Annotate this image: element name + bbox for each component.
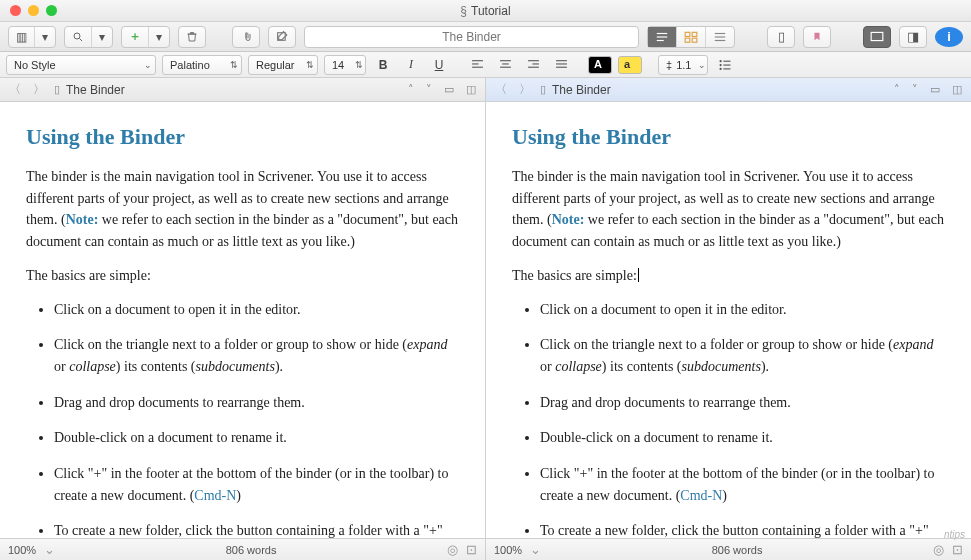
compose-button[interactable]	[268, 26, 296, 48]
line-spacing-dropdown[interactable]: ‡ 1.1 ⌄	[658, 55, 708, 75]
inspector-toggle-button[interactable]: ◨	[899, 26, 927, 48]
nav-forward-button[interactable]: 〉	[516, 81, 534, 98]
zoom-level[interactable]: 100%	[8, 544, 36, 556]
view-outline-icon[interactable]	[706, 27, 734, 47]
size-value: 14	[332, 59, 344, 71]
list-item: Click on the triangle next to a folder o…	[540, 334, 945, 377]
svg-rect-13	[871, 32, 883, 40]
list-item: Click "+" in the footer at the bottom of…	[540, 463, 945, 506]
pane-down-button[interactable]: ˅	[423, 83, 435, 96]
chevron-updown-icon: ⇅	[355, 60, 363, 70]
underline-button[interactable]: U	[428, 55, 450, 75]
svg-rect-8	[685, 38, 690, 42]
italic-button[interactable]: I	[400, 55, 422, 75]
weight-dropdown[interactable]: Regular ⇅	[248, 55, 318, 75]
add-segment[interactable]: ＋ ▾	[121, 26, 170, 48]
layout-segment[interactable]: ▥ ▾	[8, 26, 56, 48]
list-item: Drag and drop documents to rearrange the…	[540, 392, 945, 414]
pane-down-button[interactable]: ˅	[909, 83, 921, 96]
zoom-dropdown-icon[interactable]: ⌄	[530, 542, 541, 557]
chevron-down-icon: ⌄	[698, 60, 706, 70]
target-icon[interactable]: ◎	[933, 542, 944, 557]
nav-forward-button[interactable]: 〉	[30, 81, 48, 98]
status-bar: 100% ⌄ 806 words ◎ ⊡ 100% ⌄ 806 words ◎ …	[0, 538, 971, 560]
watermark: ntips	[944, 529, 965, 540]
word-count[interactable]: 806 words	[549, 544, 925, 556]
main-toolbar: ▥ ▾ ▾ ＋ ▾ The Binder ▯ ◨	[0, 22, 971, 52]
add-button[interactable]: ＋	[122, 27, 149, 47]
view-cork-icon[interactable]	[677, 27, 706, 47]
close-window-button[interactable]	[10, 5, 21, 16]
list-item: Drag and drop documents to rearrange the…	[54, 392, 459, 414]
attach-button[interactable]	[232, 26, 260, 48]
status-left: 100% ⌄ 806 words ◎ ⊡	[0, 539, 486, 560]
chevron-updown-icon: ⇅	[306, 60, 314, 70]
pane-header-left: 〈 〉 ▯ The Binder ˄ ˅ ▭ ◫	[0, 78, 485, 102]
view-text-icon[interactable]	[648, 27, 677, 47]
doc-basics: The basics are simple:	[26, 265, 459, 287]
doc-bullets: Click on a document to open it in the ed…	[512, 299, 945, 538]
view-mode-segment[interactable]	[647, 26, 735, 48]
snapshot-button[interactable]: ▯	[767, 26, 795, 48]
align-justify-button[interactable]	[550, 55, 572, 75]
minimize-window-button[interactable]	[28, 5, 39, 16]
target-icon[interactable]: ◎	[447, 542, 458, 557]
word-count[interactable]: 806 words	[63, 544, 439, 556]
info-button[interactable]: i	[935, 27, 963, 47]
editor-body-right[interactable]: Using the Binder The binder is the main …	[486, 102, 971, 538]
style-dropdown[interactable]: No Style ⌄	[6, 55, 156, 75]
nav-back-button[interactable]: 〈	[492, 81, 510, 98]
doc-heading: Using the Binder	[26, 120, 459, 154]
list-item: To create a new folder, click the button…	[540, 520, 945, 538]
spacing-value: 1.1	[676, 59, 691, 71]
doc-intro: The binder is the main navigation tool i…	[26, 166, 459, 253]
align-left-button[interactable]	[466, 55, 488, 75]
collections-toggle-icon[interactable]: ▾	[35, 27, 55, 47]
document-title-field[interactable]: The Binder	[304, 26, 639, 48]
compose-mode-button[interactable]	[863, 26, 891, 48]
svg-point-28	[720, 64, 722, 66]
line-spacing-icon: ‡	[666, 59, 672, 71]
size-dropdown[interactable]: 14 ⇅	[324, 55, 366, 75]
doc-intro: The binder is the main navigation tool i…	[512, 166, 945, 253]
svg-line-1	[80, 38, 83, 41]
svg-rect-9	[692, 38, 697, 42]
highlight-color-button[interactable]: a	[618, 56, 642, 74]
bold-button[interactable]: B	[372, 55, 394, 75]
font-dropdown[interactable]: Palatino ⇅	[162, 55, 242, 75]
search-dropdown-icon[interactable]: ▾	[92, 27, 112, 47]
binder-toggle-icon[interactable]: ▥	[9, 27, 35, 47]
pane-up-button[interactable]: ˄	[891, 83, 903, 96]
search-segment[interactable]: ▾	[64, 26, 113, 48]
pane-up-button[interactable]: ˄	[405, 83, 417, 96]
format-bar: No Style ⌄ Palatino ⇅ Regular ⇅ 14 ⇅ B I…	[0, 52, 971, 78]
add-dropdown-icon[interactable]: ▾	[149, 27, 169, 47]
split-vertical-button[interactable]: ◫	[949, 83, 965, 96]
bookmark-button[interactable]	[803, 26, 831, 48]
comment-icon[interactable]: ⊡	[466, 542, 477, 557]
split-horizontal-button[interactable]: ▭	[441, 83, 457, 96]
maximize-window-button[interactable]	[46, 5, 57, 16]
pane-header-right: 〈 〉 ▯ The Binder ˄ ˅ ▭ ◫	[486, 78, 971, 102]
split-vertical-button[interactable]: ◫	[463, 83, 479, 96]
list-button[interactable]	[714, 55, 736, 75]
align-center-button[interactable]	[494, 55, 516, 75]
svg-rect-6	[685, 32, 690, 36]
titlebar: Tutorial	[0, 0, 971, 22]
text-color-button[interactable]: A	[588, 56, 612, 74]
list-item: To create a new folder, click the button…	[54, 520, 459, 538]
list-item: Click on the triangle next to a folder o…	[54, 334, 459, 377]
weight-value: Regular	[256, 59, 295, 71]
svg-point-26	[720, 60, 722, 62]
search-icon[interactable]	[65, 27, 92, 47]
trash-button[interactable]	[178, 26, 206, 48]
zoom-level[interactable]: 100%	[494, 544, 522, 556]
nav-back-button[interactable]: 〈	[6, 81, 24, 98]
align-right-button[interactable]	[522, 55, 544, 75]
comment-icon[interactable]: ⊡	[952, 542, 963, 557]
editor-split: 〈 〉 ▯ The Binder ˄ ˅ ▭ ◫ Using the Binde…	[0, 78, 971, 538]
zoom-dropdown-icon[interactable]: ⌄	[44, 542, 55, 557]
editor-body-left[interactable]: Using the Binder The binder is the main …	[0, 102, 485, 538]
split-horizontal-button[interactable]: ▭	[927, 83, 943, 96]
text-cursor	[637, 268, 639, 283]
